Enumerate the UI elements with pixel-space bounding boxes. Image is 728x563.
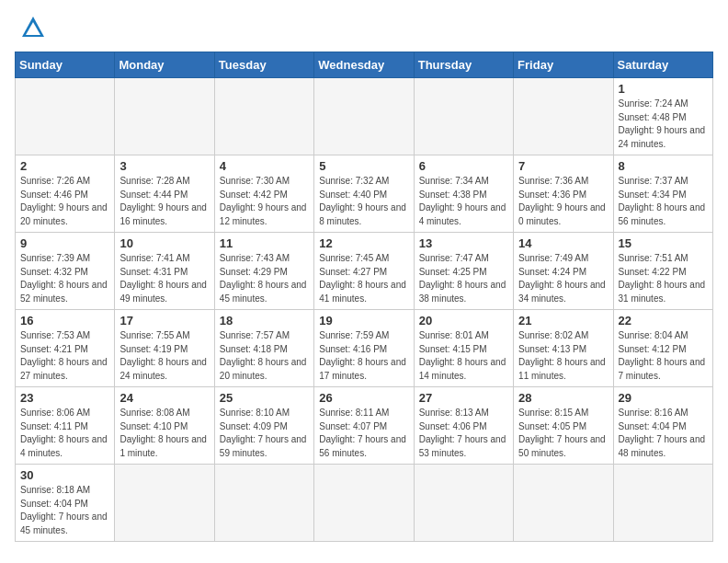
day-number: 5 bbox=[319, 159, 408, 173]
calendar-cell: 27Sunrise: 8:13 AM Sunset: 4:06 PM Dayli… bbox=[414, 387, 513, 465]
day-number: 16 bbox=[20, 314, 109, 327]
day-info: Sunrise: 7:51 AM Sunset: 4:22 PM Dayligh… bbox=[619, 252, 708, 305]
calendar-cell: 3Sunrise: 7:28 AM Sunset: 4:44 PM Daylig… bbox=[115, 155, 214, 233]
day-number: 26 bbox=[319, 391, 408, 405]
day-number: 6 bbox=[419, 159, 508, 173]
weekday-header-monday: Monday bbox=[115, 52, 214, 78]
calendar-cell: 15Sunrise: 7:51 AM Sunset: 4:22 PM Dayli… bbox=[613, 233, 712, 310]
week-row-3: 9Sunrise: 7:39 AM Sunset: 4:32 PM Daylig… bbox=[16, 233, 713, 310]
weekday-header-thursday: Thursday bbox=[414, 52, 513, 78]
week-row-4: 16Sunrise: 7:53 AM Sunset: 4:21 PM Dayli… bbox=[16, 310, 713, 387]
weekday-header-row: SundayMondayTuesdayWednesdayThursdayFrid… bbox=[16, 52, 713, 78]
day-number: 23 bbox=[20, 391, 109, 405]
day-info: Sunrise: 7:45 AM Sunset: 4:27 PM Dayligh… bbox=[319, 252, 408, 305]
day-info: Sunrise: 8:01 AM Sunset: 4:15 PM Dayligh… bbox=[419, 329, 508, 383]
day-number: 19 bbox=[319, 314, 408, 327]
calendar-cell: 10Sunrise: 7:41 AM Sunset: 4:31 PM Dayli… bbox=[115, 233, 214, 310]
calendar-cell: 12Sunrise: 7:45 AM Sunset: 4:27 PM Dayli… bbox=[314, 233, 414, 310]
day-info: Sunrise: 8:04 AM Sunset: 4:12 PM Dayligh… bbox=[619, 329, 708, 383]
calendar-cell: 30Sunrise: 8:18 AM Sunset: 4:04 PM Dayli… bbox=[16, 465, 115, 542]
day-number: 22 bbox=[619, 314, 708, 327]
day-info: Sunrise: 7:59 AM Sunset: 4:16 PM Dayligh… bbox=[319, 329, 408, 383]
week-row-1: 1Sunrise: 7:24 AM Sunset: 4:48 PM Daylig… bbox=[16, 78, 713, 155]
day-info: Sunrise: 7:24 AM Sunset: 4:48 PM Dayligh… bbox=[619, 98, 708, 151]
day-number: 2 bbox=[20, 159, 109, 173]
calendar-cell bbox=[115, 78, 214, 155]
calendar-cell bbox=[613, 465, 712, 542]
day-number: 25 bbox=[220, 391, 309, 405]
day-info: Sunrise: 7:32 AM Sunset: 4:40 PM Dayligh… bbox=[319, 175, 408, 228]
week-row-2: 2Sunrise: 7:26 AM Sunset: 4:46 PM Daylig… bbox=[16, 155, 713, 233]
calendar-cell: 13Sunrise: 7:47 AM Sunset: 4:25 PM Dayli… bbox=[414, 233, 513, 310]
calendar-cell: 26Sunrise: 8:11 AM Sunset: 4:07 PM Dayli… bbox=[314, 387, 414, 465]
day-number: 4 bbox=[220, 159, 309, 173]
day-info: Sunrise: 7:34 AM Sunset: 4:38 PM Dayligh… bbox=[419, 175, 508, 228]
day-number: 24 bbox=[119, 391, 209, 405]
calendar-cell: 5Sunrise: 7:32 AM Sunset: 4:40 PM Daylig… bbox=[314, 155, 414, 233]
calendar-cell bbox=[314, 465, 414, 542]
day-number: 28 bbox=[518, 391, 608, 405]
calendar-cell: 24Sunrise: 8:08 AM Sunset: 4:10 PM Dayli… bbox=[115, 387, 214, 465]
calendar-cell: 7Sunrise: 7:36 AM Sunset: 4:36 PM Daylig… bbox=[514, 155, 613, 233]
day-info: Sunrise: 7:37 AM Sunset: 4:34 PM Dayligh… bbox=[619, 175, 708, 228]
day-info: Sunrise: 7:30 AM Sunset: 4:42 PM Dayligh… bbox=[220, 175, 309, 228]
day-info: Sunrise: 7:28 AM Sunset: 4:44 PM Dayligh… bbox=[119, 175, 209, 228]
calendar-cell: 16Sunrise: 7:53 AM Sunset: 4:21 PM Dayli… bbox=[16, 310, 115, 387]
calendar-cell bbox=[414, 465, 513, 542]
calendar-cell: 28Sunrise: 8:15 AM Sunset: 4:05 PM Dayli… bbox=[514, 387, 613, 465]
calendar-cell bbox=[514, 78, 613, 155]
page-header bbox=[15, 15, 713, 40]
weekday-header-sunday: Sunday bbox=[16, 52, 115, 78]
calendar-cell bbox=[214, 465, 313, 542]
calendar-cell: 17Sunrise: 7:55 AM Sunset: 4:19 PM Dayli… bbox=[115, 310, 214, 387]
day-info: Sunrise: 8:16 AM Sunset: 4:04 PM Dayligh… bbox=[619, 407, 708, 460]
day-number: 18 bbox=[220, 314, 309, 327]
day-info: Sunrise: 8:02 AM Sunset: 4:13 PM Dayligh… bbox=[518, 329, 608, 383]
calendar-cell: 29Sunrise: 8:16 AM Sunset: 4:04 PM Dayli… bbox=[613, 387, 712, 465]
day-info: Sunrise: 7:53 AM Sunset: 4:21 PM Dayligh… bbox=[20, 329, 109, 383]
day-number: 10 bbox=[119, 236, 209, 250]
weekday-header-wednesday: Wednesday bbox=[314, 52, 414, 78]
day-info: Sunrise: 7:57 AM Sunset: 4:18 PM Dayligh… bbox=[220, 329, 309, 383]
calendar-cell: 23Sunrise: 8:06 AM Sunset: 4:11 PM Dayli… bbox=[16, 387, 115, 465]
day-info: Sunrise: 7:26 AM Sunset: 4:46 PM Dayligh… bbox=[20, 175, 109, 228]
calendar-cell: 18Sunrise: 7:57 AM Sunset: 4:18 PM Dayli… bbox=[214, 310, 313, 387]
day-number: 7 bbox=[518, 159, 608, 173]
day-info: Sunrise: 8:11 AM Sunset: 4:07 PM Dayligh… bbox=[319, 407, 408, 460]
day-info: Sunrise: 7:55 AM Sunset: 4:19 PM Dayligh… bbox=[119, 329, 209, 383]
day-info: Sunrise: 8:15 AM Sunset: 4:05 PM Dayligh… bbox=[518, 407, 608, 460]
day-number: 21 bbox=[518, 314, 608, 327]
weekday-header-tuesday: Tuesday bbox=[214, 52, 313, 78]
weekday-header-saturday: Saturday bbox=[613, 52, 712, 78]
day-number: 12 bbox=[319, 236, 408, 250]
calendar-cell bbox=[214, 78, 313, 155]
calendar-table: SundayMondayTuesdayWednesdayThursdayFrid… bbox=[15, 52, 713, 542]
day-number: 17 bbox=[119, 314, 209, 327]
calendar-cell: 2Sunrise: 7:26 AM Sunset: 4:46 PM Daylig… bbox=[16, 155, 115, 233]
calendar-cell: 25Sunrise: 8:10 AM Sunset: 4:09 PM Dayli… bbox=[214, 387, 313, 465]
calendar-cell: 11Sunrise: 7:43 AM Sunset: 4:29 PM Dayli… bbox=[214, 233, 313, 310]
day-number: 13 bbox=[419, 236, 508, 250]
day-info: Sunrise: 8:08 AM Sunset: 4:10 PM Dayligh… bbox=[119, 407, 209, 460]
calendar-cell: 9Sunrise: 7:39 AM Sunset: 4:32 PM Daylig… bbox=[16, 233, 115, 310]
day-number: 9 bbox=[20, 236, 109, 250]
weekday-header-friday: Friday bbox=[514, 52, 613, 78]
day-number: 3 bbox=[119, 159, 209, 173]
calendar-cell: 20Sunrise: 8:01 AM Sunset: 4:15 PM Dayli… bbox=[414, 310, 513, 387]
calendar-cell: 21Sunrise: 8:02 AM Sunset: 4:13 PM Dayli… bbox=[514, 310, 613, 387]
calendar-cell bbox=[414, 78, 513, 155]
day-info: Sunrise: 7:43 AM Sunset: 4:29 PM Dayligh… bbox=[220, 252, 309, 305]
day-info: Sunrise: 7:41 AM Sunset: 4:31 PM Dayligh… bbox=[119, 252, 209, 305]
day-info: Sunrise: 8:06 AM Sunset: 4:11 PM Dayligh… bbox=[20, 407, 109, 460]
calendar-cell: 22Sunrise: 8:04 AM Sunset: 4:12 PM Dayli… bbox=[613, 310, 712, 387]
calendar-cell: 6Sunrise: 7:34 AM Sunset: 4:38 PM Daylig… bbox=[414, 155, 513, 233]
day-number: 29 bbox=[619, 391, 708, 405]
day-info: Sunrise: 8:18 AM Sunset: 4:04 PM Dayligh… bbox=[20, 484, 109, 537]
calendar-cell bbox=[16, 78, 115, 155]
day-number: 8 bbox=[619, 159, 708, 173]
day-number: 27 bbox=[419, 391, 508, 405]
day-info: Sunrise: 7:36 AM Sunset: 4:36 PM Dayligh… bbox=[518, 175, 608, 228]
calendar-cell bbox=[314, 78, 414, 155]
logo-icon bbox=[20, 15, 46, 40]
calendar-cell: 19Sunrise: 7:59 AM Sunset: 4:16 PM Dayli… bbox=[314, 310, 414, 387]
